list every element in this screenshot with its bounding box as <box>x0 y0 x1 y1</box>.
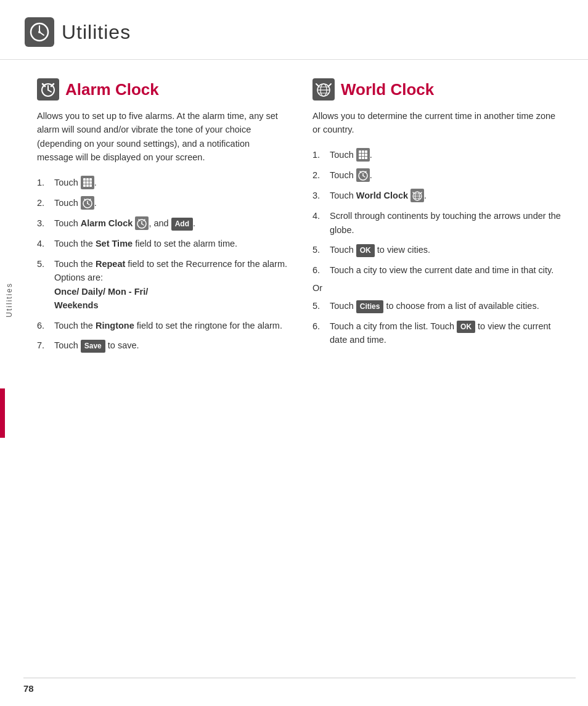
page-title: Utilities <box>62 21 131 44</box>
wc-alt-step-5: 5. Touch Cities to choose from a list of… <box>312 299 563 313</box>
clock-icon-small-2 <box>81 196 94 210</box>
alarm-step-7: 7. Touch Save to save. <box>37 339 288 352</box>
sidebar-accent-bar <box>0 388 5 438</box>
step-body-5: Touch the Repeat field to set the Recurr… <box>54 257 288 313</box>
step-body-2: Touch . <box>54 196 288 210</box>
page-number: 78 <box>23 683 34 694</box>
main-content: Alarm Clock Allows you to set up to five… <box>0 60 588 377</box>
or-separator: Or <box>312 283 563 293</box>
alarm-clock-section-icon <box>37 78 59 101</box>
wc-alt-step-num-5: 5. <box>312 299 330 313</box>
wc-world-clock-icon-3 <box>410 189 424 202</box>
step-body-4: Touch the Set Time field to set the alar… <box>54 237 288 250</box>
svg-rect-48 <box>359 157 361 159</box>
svg-rect-17 <box>89 181 92 184</box>
utilities-header-icon <box>25 17 54 47</box>
set-time-bold: Set Time <box>96 239 133 248</box>
alarm-step-1: 1. Touch . <box>37 176 288 190</box>
svg-rect-50 <box>365 157 367 159</box>
alarm-step-3: 3. Touch Alarm Clock , and Add. <box>37 216 288 231</box>
svg-rect-43 <box>362 150 364 153</box>
wc-step-4: 4. Scroll through continents by touching… <box>312 209 563 237</box>
repeat-bold: Repeat <box>96 259 125 269</box>
alarm-step-2: 2. Touch . <box>37 196 288 210</box>
wc-step-3: 3. Touch World Clock . <box>312 189 563 203</box>
wc-world-clock-bold: World Clock <box>356 191 408 200</box>
step-num-2: 2. <box>37 196 54 210</box>
wc-step-num-3: 3. <box>312 189 330 202</box>
svg-rect-42 <box>359 150 361 153</box>
wc-step-body-4: Scroll through continents by touching th… <box>330 209 563 237</box>
wc-clock-icon-2 <box>356 168 370 182</box>
wc-step-num-4: 4. <box>312 209 330 223</box>
svg-rect-19 <box>86 184 89 187</box>
wc-step-body-1: Touch . <box>330 148 563 162</box>
cities-button-label: Cities <box>356 300 384 313</box>
step-num-4: 4. <box>37 237 54 250</box>
step-body-7: Touch Save to save. <box>54 339 288 352</box>
world-clock-heading: World Clock <box>312 78 563 101</box>
ok-button-label-2: OK <box>457 321 475 334</box>
alarm-clock-icon-3 <box>135 216 149 230</box>
svg-rect-45 <box>359 154 361 156</box>
svg-rect-12 <box>83 178 86 181</box>
wc-step-body-5: Touch OK to view cities. <box>330 243 563 257</box>
world-clock-section-icon <box>312 78 335 101</box>
sidebar-label: Utilities <box>5 282 14 318</box>
svg-rect-20 <box>89 184 92 187</box>
world-clock-description: Allows you to determine the current time… <box>312 109 563 137</box>
recurrence-options: Once/ Daily/ Mon - Fri/Weekends <box>54 287 148 310</box>
wc-step-num-5: 5. <box>312 243 330 257</box>
wc-step-body-6: Touch a city to view the current date an… <box>330 263 563 277</box>
alarm-clock-bold: Alarm Clock <box>81 218 133 228</box>
svg-point-4 <box>38 31 41 33</box>
alarm-clock-steps: 1. Touch . <box>37 176 288 353</box>
svg-rect-16 <box>86 181 89 184</box>
step-num-7: 7. <box>37 339 54 352</box>
ringtone-bold: Ringtone <box>96 321 134 330</box>
wc-alt-step-body-6: Touch a city from the list. Touch OK to … <box>330 319 563 347</box>
wc-step-body-3: Touch World Clock . <box>330 189 563 203</box>
alarm-clock-description: Allows you to set up to five alarms. At … <box>37 109 288 165</box>
alarm-step-4: 4. Touch the Set Time field to set the a… <box>37 237 288 250</box>
world-clock-alt-steps: 5. Touch Cities to choose from a list of… <box>312 299 563 347</box>
step-body-3: Touch Alarm Clock , and Add. <box>54 216 288 231</box>
wc-step-num-1: 1. <box>312 148 330 162</box>
world-clock-title: World Clock <box>341 80 434 99</box>
svg-rect-33 <box>312 78 335 101</box>
bottom-divider <box>23 678 576 678</box>
wc-step-num-2: 2. <box>312 168 330 182</box>
wc-step-2: 2. Touch . <box>312 168 563 183</box>
svg-rect-14 <box>89 178 92 181</box>
svg-rect-47 <box>365 154 367 156</box>
svg-rect-44 <box>365 150 367 153</box>
svg-rect-49 <box>362 157 364 159</box>
apps-icon-1 <box>81 176 94 189</box>
step-num-3: 3. <box>37 216 54 230</box>
wc-step-body-2: Touch . <box>330 168 563 183</box>
wc-step-1: 1. Touch . <box>312 148 563 162</box>
svg-rect-46 <box>362 154 364 156</box>
sidebar-strip: Utilities <box>0 0 18 706</box>
alarm-clock-heading: Alarm Clock <box>37 78 288 101</box>
alarm-clock-section: Alarm Clock Allows you to set up to five… <box>37 78 288 359</box>
step-num-1: 1. <box>37 176 54 189</box>
wc-step-num-6: 6. <box>312 263 330 277</box>
alarm-step-6: 6. Touch the Ringtone field to set the r… <box>37 319 288 332</box>
step-body-6: Touch the Ringtone field to set the ring… <box>54 319 288 332</box>
add-button-label: Add <box>171 218 193 231</box>
wc-apps-icon-1 <box>356 148 370 162</box>
svg-rect-15 <box>83 181 86 184</box>
svg-rect-13 <box>86 178 89 181</box>
step-num-6: 6. <box>37 319 54 332</box>
step-num-5: 5. <box>37 257 54 271</box>
save-button-label: Save <box>81 340 105 353</box>
alarm-step-5: 5. Touch the Repeat field to set the Rec… <box>37 257 288 313</box>
svg-rect-18 <box>83 184 86 187</box>
step-body-1: Touch . <box>54 176 288 190</box>
alarm-clock-title: Alarm Clock <box>65 80 159 99</box>
ok-button-label-1: OK <box>356 244 375 257</box>
wc-alt-step-num-6: 6. <box>312 319 330 333</box>
wc-alt-step-6: 6. Touch a city from the list. Touch OK … <box>312 319 563 347</box>
wc-step-5: 5. Touch OK to view cities. <box>312 243 563 257</box>
